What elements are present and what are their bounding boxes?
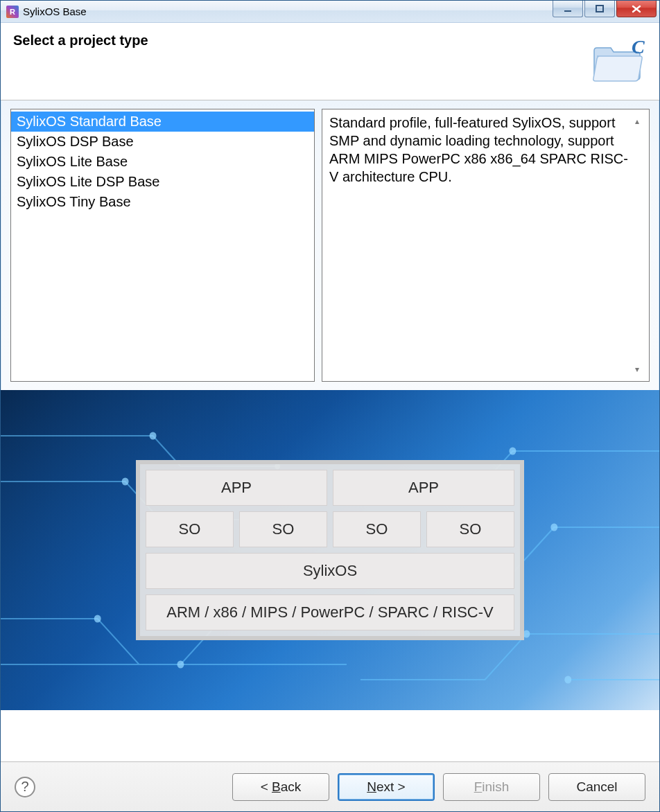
list-item[interactable]: SylixOS Standard Base [11, 112, 314, 132]
architecture-diagram: APP APP SO SO SO SO SylixOS ARM / x86 / … [136, 460, 524, 640]
close-button[interactable] [616, 1, 657, 17]
panels-row: SylixOS Standard Base SylixOS DSP Base S… [1, 100, 659, 390]
svg-point-7 [509, 448, 516, 455]
wizard-content: SylixOS Standard Base SylixOS DSP Base S… [1, 100, 659, 811]
svg-point-5 [94, 615, 101, 623]
wizard-buttons: ? < Back Next > Finish Cancel [1, 761, 659, 811]
list-item[interactable]: SylixOS Lite DSP Base [11, 172, 314, 192]
help-icon: ? [21, 779, 28, 795]
project-description: Standard profile, full-featured SylixOS,… [322, 109, 650, 382]
list-item[interactable]: SylixOS DSP Base [11, 132, 314, 152]
scroll-down-icon[interactable]: ▾ [635, 360, 648, 378]
dialog-window: R SylixOS Base Select a project type C [0, 0, 660, 812]
project-type-list[interactable]: SylixOS Standard Base SylixOS DSP Base S… [10, 109, 315, 382]
svg-point-6 [177, 661, 184, 669]
svg-text:C: C [632, 36, 645, 58]
architecture-preview: APP APP SO SO SO SO SylixOS ARM / x86 / … [1, 390, 659, 710]
diagram-cell-so: SO [333, 511, 421, 547]
back-button[interactable]: < Back [232, 773, 329, 801]
svg-rect-1 [596, 6, 603, 12]
list-item[interactable]: SylixOS Tiny Base [11, 192, 314, 212]
spacer [1, 710, 659, 761]
cancel-button[interactable]: Cancel [548, 773, 645, 801]
diagram-cell-so: SO [146, 511, 234, 547]
diagram-cell-arch: ARM / x86 / MIPS / PowerPC / SPARC / RIS… [146, 594, 514, 630]
minimize-button[interactable] [553, 1, 583, 17]
svg-point-8 [550, 524, 557, 531]
finish-button: Finish [443, 773, 540, 801]
list-item[interactable]: SylixOS Lite Base [11, 152, 314, 172]
svg-point-4 [122, 478, 129, 486]
page-title: Select a project type [13, 33, 148, 48]
description-text: Standard profile, full-featured SylixOS,… [329, 115, 628, 184]
window-title: SylixOS Base [23, 6, 87, 17]
diagram-cell-os: SylixOS [146, 553, 514, 589]
diagram-cell-app: APP [333, 470, 514, 506]
diagram-cell-app: APP [146, 470, 327, 506]
scroll-up-icon[interactable]: ▴ [635, 112, 648, 130]
diagram-cell-so: SO [426, 511, 514, 547]
maximize-button[interactable] [584, 1, 615, 17]
wizard-header: Select a project type C [1, 23, 659, 100]
svg-rect-0 [564, 10, 571, 12]
diagram-cell-so: SO [239, 511, 327, 547]
folder-c-icon: C [590, 35, 647, 85]
next-button[interactable]: Next > [338, 773, 435, 801]
scrollbar[interactable]: ▴ ▾ [635, 112, 648, 378]
svg-point-10 [564, 676, 571, 684]
help-button[interactable]: ? [15, 777, 35, 797]
app-icon: R [6, 6, 19, 18]
titlebar[interactable]: R SylixOS Base [1, 1, 659, 23]
window-controls [553, 1, 659, 20]
svg-point-3 [150, 432, 157, 440]
